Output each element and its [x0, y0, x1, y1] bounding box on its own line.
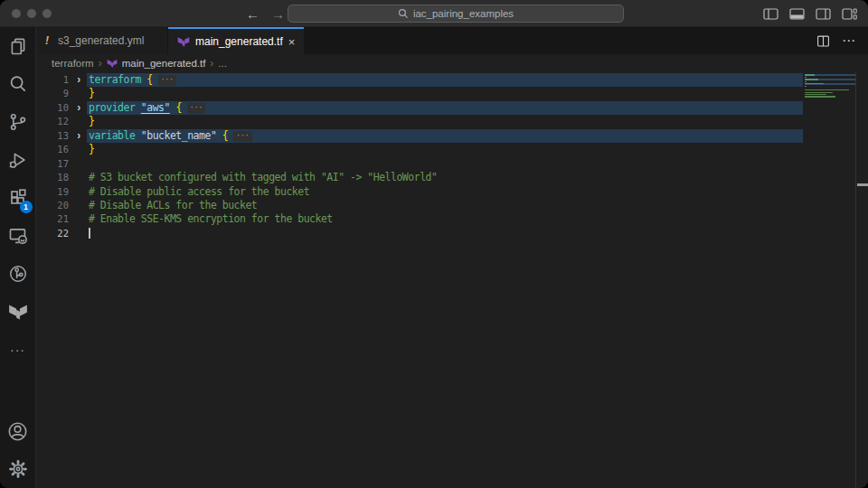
fold-gutter: [69, 185, 89, 199]
code-line[interactable]: 12}: [36, 115, 868, 128]
command-center-text: iac_pairing_examples: [413, 8, 514, 19]
terraform-file-icon: [107, 58, 118, 69]
gitlens-icon[interactable]: [0, 255, 36, 293]
minimize-window-button[interactable]: [27, 9, 36, 18]
fold-gutter: [69, 87, 89, 100]
toggle-panel-icon[interactable]: [787, 4, 807, 23]
chevron-right-icon: ›: [99, 57, 102, 70]
command-center-search[interactable]: iac_pairing_examples: [288, 5, 624, 23]
breadcrumb-symbol[interactable]: ...: [218, 58, 227, 69]
text-cursor: [89, 228, 90, 239]
activity-bar: 1 ···: [0, 27, 36, 488]
fold-chevron-icon[interactable]: ›: [69, 129, 89, 143]
code-line[interactable]: 1›terraform {···: [36, 73, 868, 87]
code-line[interactable]: 16}: [36, 143, 868, 156]
zoom-window-button[interactable]: [42, 9, 52, 18]
search-icon: [398, 8, 409, 19]
code-line[interactable]: 19# Disable public access for the bucket: [36, 185, 868, 199]
folded-region-placeholder[interactable]: ···: [233, 131, 251, 142]
search-view-icon[interactable]: [0, 65, 36, 103]
code-line[interactable]: 21# Enable SSE-KMS encryption for the bu…: [36, 212, 868, 226]
traffic-lights: [12, 9, 52, 18]
fold-chevron-icon[interactable]: ›: [69, 101, 89, 115]
extensions-badge: 1: [20, 201, 33, 213]
minimap[interactable]: [805, 74, 855, 100]
code-line[interactable]: 9}: [36, 87, 868, 100]
overview-ruler-mark: [857, 183, 868, 186]
minimap-border: [855, 72, 856, 488]
toggle-secondary-sidebar-icon[interactable]: [813, 4, 833, 23]
vscode-window: ← → iac_pairing_examples: [0, 0, 868, 488]
customize-layout-icon[interactable]: [839, 4, 859, 23]
code-line[interactable]: 18# S3 bucket configured with tagged wit…: [36, 171, 868, 184]
yaml-warning-icon: !: [45, 34, 52, 47]
settings-gear-icon[interactable]: [0, 450, 36, 488]
fold-gutter: [69, 115, 89, 128]
tab-s3-generated-yml[interactable]: ! s3_generated.yml: [36, 27, 168, 54]
extensions-icon[interactable]: 1: [0, 179, 36, 217]
tab-bar: ! s3_generated.yml main_generated.tf × ⋯: [36, 27, 868, 54]
tab-main-generated-tf[interactable]: main_generated.tf ×: [168, 27, 304, 54]
fold-gutter: [69, 199, 89, 212]
explorer-icon[interactable]: [0, 27, 36, 65]
toggle-primary-sidebar-icon[interactable]: [760, 4, 780, 23]
run-and-debug-icon[interactable]: [0, 141, 36, 179]
tab-label: main_generated.tf: [195, 35, 283, 48]
chevron-right-icon: ›: [210, 57, 213, 70]
code-line[interactable]: 22: [36, 227, 868, 240]
fold-gutter: [69, 227, 89, 240]
close-tab-icon[interactable]: ×: [288, 36, 296, 48]
tab-label: s3_generated.yml: [58, 34, 144, 47]
remote-explorer-icon[interactable]: [0, 217, 36, 255]
terraform-view-icon[interactable]: [0, 293, 36, 331]
code-line[interactable]: 20# Disable ACLs for the bucket: [36, 199, 868, 212]
fold-chevron-icon[interactable]: ›: [69, 73, 89, 87]
back-arrow-icon[interactable]: ←: [246, 6, 259, 22]
folded-region-placeholder[interactable]: ···: [158, 75, 176, 86]
code-editor[interactable]: 1›terraform {···9}10›provider "aws" {···…: [36, 72, 868, 488]
fold-gutter: [69, 157, 89, 171]
code-line[interactable]: 10›provider "aws" {···: [36, 101, 868, 115]
code-line[interactable]: 13›variable "bucket_name" {···: [36, 129, 868, 143]
breadcrumb: terraform › main_generated.tf › ...: [36, 54, 868, 72]
terraform-file-icon: [177, 35, 190, 48]
split-editor-icon[interactable]: [816, 34, 830, 48]
forward-arrow-icon[interactable]: →: [271, 6, 285, 22]
accounts-icon[interactable]: [0, 412, 36, 450]
fold-gutter: [69, 212, 89, 226]
title-bar: ← → iac_pairing_examples: [0, 0, 868, 27]
close-window-button[interactable]: [12, 9, 21, 18]
folded-region-placeholder[interactable]: ···: [187, 103, 205, 114]
fold-gutter: [69, 143, 89, 156]
fold-gutter: [69, 171, 89, 184]
breadcrumb-folder[interactable]: terraform: [52, 58, 94, 69]
breadcrumb-file[interactable]: main_generated.tf: [122, 58, 206, 69]
source-control-icon[interactable]: [0, 103, 36, 141]
additional-views-icon[interactable]: ···: [0, 331, 36, 369]
editor-group: ! s3_generated.yml main_generated.tf × ⋯: [36, 27, 868, 488]
editor-more-actions-icon[interactable]: ⋯: [842, 33, 856, 49]
code-lines[interactable]: 1›terraform {···9}10›provider "aws" {···…: [36, 73, 868, 240]
code-line[interactable]: 17: [36, 157, 868, 171]
